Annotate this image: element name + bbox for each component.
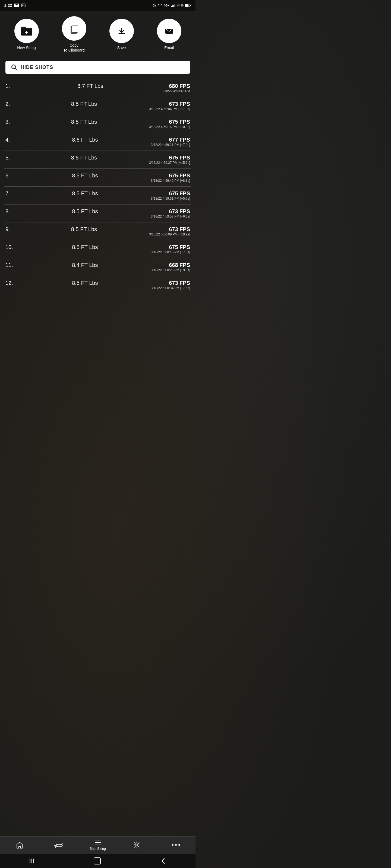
svg-rect-17 <box>72 25 78 32</box>
email-circle <box>157 19 181 43</box>
shot-number-6: 6. <box>5 173 19 179</box>
shot-number-2: 2. <box>5 101 19 107</box>
shot-info-8: 673 FPS3/18/22 4:59:58 PM [+6.6s] <box>151 208 190 218</box>
shot-info-2: 673 FPS3/18/22 4:59:04 PM [+17.3s] <box>149 101 190 111</box>
shot-energy-7: 8.5 FT Lbs <box>19 190 151 197</box>
shot-energy-8: 8.5 FT Lbs <box>19 208 151 215</box>
new-string-button[interactable]: New String <box>15 19 39 50</box>
shot-row-7[interactable]: 7.8.5 FT Lbs675 FPS3/18/22 4:59:51 PM [+… <box>4 187 191 205</box>
shot-info-12: 673 FPS3/18/22 5:00:34 PM [+7.6s] <box>151 280 190 290</box>
shot-time-2: 3/18/22 4:59:04 PM [+17.3s] <box>149 107 190 111</box>
shot-info-3: 675 FPS3/18/22 4:59:14 PM [+10.3s] <box>149 119 190 129</box>
shot-row-2[interactable]: 2.8.5 FT Lbs673 FPS3/18/22 4:59:04 PM [+… <box>4 97 191 115</box>
shot-row-1[interactable]: 1.8.7 FT Lbs680 FPS3/18/22 4:58:46 PM <box>4 79 191 97</box>
shot-energy-6: 8.5 FT Lbs <box>19 173 151 179</box>
shot-time-6: 3/18/22 4:59:45 PM [+8.8s] <box>151 179 190 183</box>
shot-row-9[interactable]: 9.8.5 FT Lbs673 FPS3/18/22 5:00:09 PM [+… <box>4 222 191 240</box>
shot-time-7: 3/18/22 4:59:51 PM [+5.7s] <box>151 197 190 200</box>
shot-row-10[interactable]: 10.8.5 FT Lbs675 FPS3/18/22 5:00:16 PM [… <box>4 240 191 258</box>
shot-number-9: 9. <box>5 226 19 232</box>
shot-time-8: 3/18/22 4:59:58 PM [+6.6s] <box>151 215 190 218</box>
shot-energy-4: 8.6 FT Lbs <box>19 137 151 143</box>
shot-number-3: 3. <box>5 119 19 125</box>
search-icon <box>11 64 18 70</box>
svg-rect-5 <box>171 6 172 7</box>
time-display: 2:22 <box>4 3 12 8</box>
email-icon <box>163 25 175 37</box>
svg-rect-7 <box>173 5 174 7</box>
save-label: Save <box>117 45 126 50</box>
shot-time-9: 3/18/22 5:00:09 PM [+10.9s] <box>149 232 190 236</box>
shot-row-3[interactable]: 3.8.5 FT Lbs675 FPS3/18/22 4:59:14 PM [+… <box>4 115 191 133</box>
shot-row-8[interactable]: 8.8.5 FT Lbs673 FPS3/18/22 4:59:58 PM [+… <box>4 205 191 222</box>
status-bar: 2:22 <box>0 0 196 11</box>
shot-row-11[interactable]: 11.8.4 FT Lbs668 FPS3/18/22 5:00:26 PM [… <box>4 258 191 276</box>
shot-row-5[interactable]: 5.8.5 FT Lbs675 FPS3/18/22 4:59:37 PM [+… <box>4 151 191 169</box>
shot-row-4[interactable]: 4.8.6 FT Lbs677 FPS3/18/22 4:59:21 PM [+… <box>4 133 191 151</box>
shot-info-11: 668 FPS3/18/22 5:00:26 PM [+9.8s] <box>151 262 190 272</box>
folder-add-icon <box>21 26 33 36</box>
shot-fps-10: 675 FPS <box>151 244 190 250</box>
gmail-icon <box>14 3 19 7</box>
new-string-label: New String <box>17 45 35 50</box>
shot-time-1: 3/18/22 4:58:46 PM <box>162 89 190 93</box>
shot-info-5: 675 FPS3/18/22 4:59:37 PM [+15.6s] <box>149 155 190 165</box>
hide-shots-label: HIDE SHOTS <box>21 65 53 70</box>
shot-number-1: 1. <box>5 83 19 89</box>
shot-info-9: 673 FPS3/18/22 5:00:09 PM [+10.9s] <box>149 226 190 236</box>
svg-rect-8 <box>174 4 175 7</box>
shot-energy-9: 8.5 FT Lbs <box>19 226 149 232</box>
copy-circle <box>62 16 86 41</box>
shot-time-10: 3/18/22 5:00:16 PM [+7.8s] <box>151 250 190 254</box>
shot-fps-8: 673 FPS <box>151 208 190 215</box>
status-left: 2:22 <box>4 3 26 8</box>
svg-point-22 <box>12 65 16 69</box>
shot-row-6[interactable]: 6.8.5 FT Lbs675 FPS3/18/22 4:59:45 PM [+… <box>4 169 191 187</box>
image-icon <box>21 3 26 7</box>
shot-fps-4: 677 FPS <box>151 137 190 143</box>
alarm-icon <box>152 3 156 7</box>
shot-fps-11: 668 FPS <box>151 262 190 268</box>
shot-fps-3: 675 FPS <box>149 119 190 125</box>
new-string-circle <box>15 19 39 43</box>
signal-icon <box>171 4 175 7</box>
shot-fps-12: 673 FPS <box>151 280 190 286</box>
shot-number-11: 11. <box>5 262 19 268</box>
svg-point-4 <box>160 6 160 7</box>
action-buttons-row: New String CopyTo Clipboard <box>0 11 196 58</box>
copy-clipboard-button[interactable]: CopyTo Clipboard <box>62 16 86 53</box>
save-button[interactable]: Save <box>109 19 134 50</box>
svg-line-23 <box>15 68 17 70</box>
email-button[interactable]: Email <box>157 19 181 50</box>
shot-energy-5: 8.5 FT Lbs <box>19 155 149 161</box>
shot-number-8: 8. <box>5 208 19 215</box>
battery-display: 44% <box>177 3 184 7</box>
shot-fps-2: 673 FPS <box>149 101 190 107</box>
lte-icon: 4G+ <box>164 4 169 7</box>
copy-icon <box>68 23 80 34</box>
shot-info-1: 680 FPS3/18/22 4:58:46 PM <box>162 83 190 93</box>
shot-time-5: 3/18/22 4:59:37 PM [+15.6s] <box>149 161 190 165</box>
wifi-icon <box>158 4 162 7</box>
shot-info-7: 675 FPS3/18/22 4:59:51 PM [+5.7s] <box>151 190 190 200</box>
shot-fps-6: 675 FPS <box>151 173 190 179</box>
shot-number-4: 4. <box>5 137 19 143</box>
shot-list: 1.8.7 FT Lbs680 FPS3/18/22 4:58:46 PM2.8… <box>0 79 196 294</box>
shot-fps-5: 675 FPS <box>149 155 190 161</box>
shot-info-4: 677 FPS3/18/22 4:59:21 PM [+7.0s] <box>151 137 190 147</box>
battery-icon <box>185 4 191 7</box>
search-bar[interactable]: HIDE SHOTS <box>5 61 190 74</box>
status-right: 4G+ 44% <box>152 3 191 7</box>
download-icon <box>116 25 128 37</box>
shot-number-5: 5. <box>5 155 19 161</box>
svg-rect-6 <box>172 5 173 7</box>
shot-time-3: 3/18/22 4:59:14 PM [+10.3s] <box>149 125 190 129</box>
shot-energy-11: 8.4 FT Lbs <box>19 262 151 268</box>
email-label: Email <box>164 45 174 50</box>
shot-number-12: 12. <box>5 280 19 286</box>
shot-row-12[interactable]: 12.8.5 FT Lbs673 FPS3/18/22 5:00:34 PM [… <box>4 276 191 294</box>
shot-energy-12: 8.5 FT Lbs <box>19 280 151 286</box>
svg-rect-11 <box>186 5 189 6</box>
shot-fps-9: 673 FPS <box>149 226 190 232</box>
shot-number-10: 10. <box>5 244 19 250</box>
